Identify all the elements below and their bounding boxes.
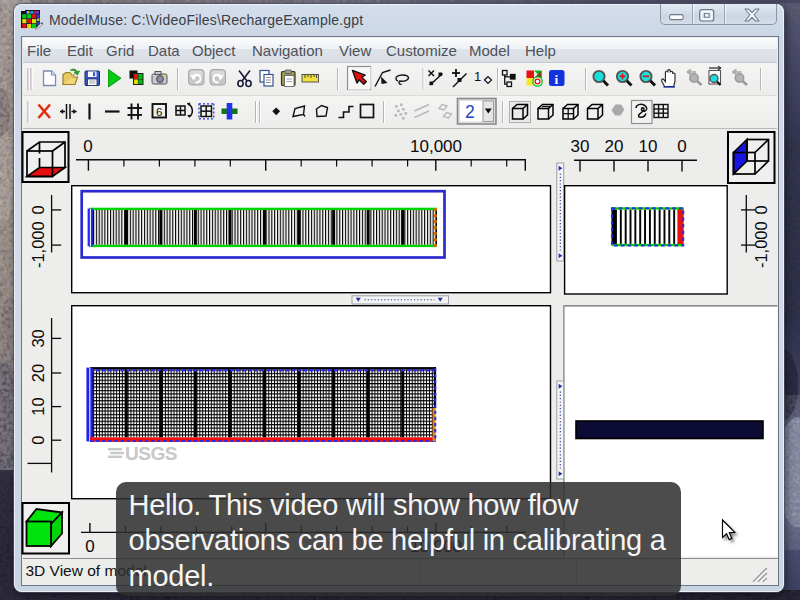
svg-text:10,000: 10,000 bbox=[410, 137, 462, 156]
svg-text:30: 30 bbox=[571, 137, 590, 156]
svg-text:0: 0 bbox=[83, 137, 92, 156]
svg-text:0: 0 bbox=[29, 205, 47, 214]
svg-text:USGS: USGS bbox=[125, 443, 177, 464]
svg-text:20: 20 bbox=[605, 137, 624, 156]
svg-text:0: 0 bbox=[85, 537, 94, 556]
svg-text:-1,000: -1,000 bbox=[29, 221, 47, 268]
svg-text:0: 0 bbox=[677, 137, 686, 156]
svg-text:10: 10 bbox=[29, 397, 47, 415]
svg-text:-1,000: -1,000 bbox=[752, 221, 770, 268]
svg-text:0: 0 bbox=[752, 205, 770, 214]
svg-text:30: 30 bbox=[29, 329, 47, 347]
svg-text:10: 10 bbox=[639, 137, 658, 156]
svg-text:0: 0 bbox=[29, 436, 47, 445]
svg-text:20: 20 bbox=[29, 364, 47, 382]
